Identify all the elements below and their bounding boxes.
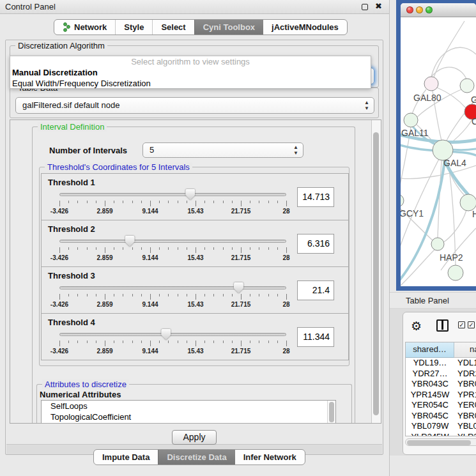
attributes-scrollbar-thumb[interactable] [329,402,334,422]
numerical-attributes-list[interactable]: SelfLoopsTopologicalCoefficientBetweenne… [41,400,336,424]
network-node[interactable] [448,265,463,280]
network-node[interactable] [460,79,474,93]
close-icon[interactable]: ✖ [375,1,382,11]
settings-scrollbar-thumb[interactable] [373,132,379,415]
cell-shared-name[interactable]: YDR27… [406,369,454,380]
slider-track[interactable] [59,240,286,243]
threshold-value-field[interactable]: 11.344 [297,327,334,347]
threshold-value-field[interactable]: 6.316 [297,234,334,254]
attribute-list-item[interactable]: BetweennessCentrality [42,422,335,424]
table-row[interactable]: YPR145WYPR145W [406,390,476,401]
zoom-traffic-light-icon[interactable] [426,6,433,13]
table-rows: YDL19…YDL19YDR27…YDR27YBR043CYBR043CYPR1… [406,358,476,436]
checkbox-icon[interactable]: ✓ [458,321,465,328]
threshold-rows: Threshold 1-3.4262.8599.14415.4321.71528… [41,174,349,360]
cell-shared-name[interactable]: YDL19… [406,358,454,369]
cell-name[interactable]: YBL079W [454,421,476,432]
slider-track[interactable] [59,193,286,196]
checkbox-icon[interactable]: ✓ [468,321,475,328]
threshold-value-field[interactable]: 21.4 [297,280,334,300]
network-node-label: GAL11 [401,128,429,138]
gear-icon[interactable]: ⚙ [411,319,422,334]
table-row[interactable]: YER054CYER054C [406,400,476,411]
threshold-label: Threshold 3 [48,271,95,280]
close-traffic-light-icon[interactable] [406,6,413,13]
table-hscrollbar-thumb[interactable] [407,440,471,445]
cell-name[interactable]: YER054C [454,400,476,411]
tab-select[interactable]: Select [152,20,194,35]
tab-label: Discretize Data [167,452,226,462]
table-horizontal-scrollbar[interactable] [405,438,476,446]
tab-infer-network[interactable]: Infer Network [235,450,305,464]
slider-thumb[interactable] [161,329,171,340]
dropdown-placeholder-item[interactable]: Select algorithm to view settings [10,56,371,67]
cell-name[interactable]: YDR27 [454,369,476,380]
cell-name[interactable]: YLR345W [454,432,476,437]
cell-shared-name[interactable]: YER054C [406,400,454,411]
tab-label: jActiveMNodules [272,22,339,32]
scale-tick-label: 21.715 [231,254,251,261]
table-data-combobox[interactable]: galFiltered.sif default node ▲▼ [15,97,374,114]
table-row[interactable]: YBL079WYBL079W [406,421,476,432]
settings-scrollbar[interactable] [371,120,381,423]
algorithm-dropdown-popup: Select algorithm to view settings Manual… [10,56,371,89]
num-intervals-combobox[interactable]: 5 ▲▼ [142,142,303,158]
network-node[interactable] [431,238,444,250]
slider-ticks [59,247,286,254]
slider-track[interactable] [59,333,286,336]
table-row[interactable]: YDL19…YDL19 [406,358,476,369]
tab-jactivemnodules[interactable]: jActiveMNodules [263,20,347,35]
table-panel-header: Table Panel [390,292,476,309]
tab-impute-data[interactable]: Impute Data [94,450,158,464]
tab-cyni-toolbox[interactable]: Cyni Toolbox [194,20,263,35]
cell-name[interactable]: YPR145W [454,390,476,401]
table-row[interactable]: YBR045CYBR045C [406,411,476,422]
cell-shared-name[interactable]: YBR043C [406,379,454,390]
slider-thumb[interactable] [125,236,135,247]
threshold-value-field[interactable]: 14.713 [297,187,334,207]
bottom-tab-bar: Impute DataDiscretize DataInfer Network [93,449,305,465]
control-panel-title: Control Panel [5,2,56,12]
tab-discretize-data[interactable]: Discretize Data [158,450,234,464]
attribute-list-item[interactable]: TopologicalCoefficient [42,411,335,422]
cytoscape-desktop: GAL80GCGAL11GAL4GCY1HHAP2 [396,0,476,291]
node-attribute-table[interactable]: shared… na YDL19…YDL19YDR27…YDR27YBR043C… [405,342,476,436]
column-header-shared-name[interactable]: shared… [406,342,454,358]
dropdown-item[interactable]: Manual Discretization [10,67,371,78]
cell-shared-name[interactable]: YLR345W [406,432,454,437]
cell-name[interactable]: YDL19 [454,358,476,369]
split-columns-icon[interactable] [436,319,449,332]
cell-name[interactable]: YBR043C [454,379,476,390]
scale-tick-label: 21.715 [231,348,251,355]
slider-track[interactable] [59,286,286,289]
network-node[interactable] [404,113,418,127]
attribute-list-item[interactable]: SelfLoops [42,401,335,411]
table-row[interactable]: YLR345WYLR345W [406,432,476,437]
dropdown-item[interactable]: Equal Width/Frequency Discretization [10,78,371,89]
attributes-list-scrollbar[interactable] [327,401,335,424]
table-row[interactable]: YBR043CYBR043C [406,379,476,390]
slider-thumb[interactable] [185,189,195,200]
tab-style[interactable]: Style [115,20,152,35]
table-row[interactable]: YDR27…YDR27 [406,369,476,380]
network-node[interactable] [401,194,404,207]
cell-shared-name[interactable]: YBR045C [406,411,454,422]
cell-name[interactable]: YBR045C [454,411,476,422]
tab-network[interactable]: Network [54,20,115,35]
cell-shared-name[interactable]: YPR145W [406,390,454,401]
interval-definition-title: Interval Definition [38,122,107,132]
minimize-traffic-light-icon[interactable] [416,6,423,13]
threshold-label: Threshold 1 [48,178,95,187]
scale-tick-label: 9.144 [142,301,158,308]
threshold-row: Threshold 2-3.4262.8599.14415.4321.71528… [41,220,349,267]
tab-label: Infer Network [243,452,296,462]
scale-tick-label: -3.426 [50,254,68,261]
float-window-icon[interactable] [362,4,368,10]
column-header-name[interactable]: na [454,342,476,358]
apply-button[interactable]: Apply [172,430,217,445]
network-node[interactable] [424,77,438,91]
cell-shared-name[interactable]: YBL079W [406,421,454,432]
slider-thumb[interactable] [234,282,243,293]
combo-stepper-icon: ▲▼ [364,100,369,111]
network-canvas[interactable]: GAL80GCGAL11GAL4GCY1HHAP2 [401,17,476,286]
